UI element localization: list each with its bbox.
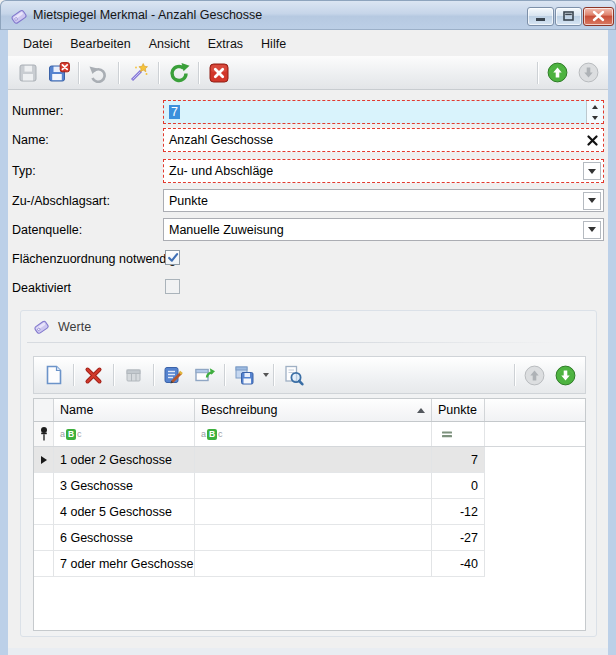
- filter-cell-punkte[interactable]: [432, 422, 485, 446]
- spinner-up-button[interactable]: [587, 101, 603, 112]
- nav-down-button[interactable]: [575, 59, 602, 86]
- cell-punkte[interactable]: -12: [432, 499, 485, 525]
- typ-combobox[interactable]: Zu- und Abschläge: [163, 159, 604, 183]
- table-row[interactable]: 4 oder 5 Geschosse -12: [34, 499, 585, 525]
- grid-header-filler: [485, 399, 585, 421]
- maximize-button[interactable]: [555, 7, 582, 26]
- nav-up-button[interactable]: [521, 362, 548, 389]
- delete-row-button[interactable]: [80, 362, 107, 389]
- toolbar-separator: [153, 364, 154, 386]
- close-button[interactable]: [583, 7, 614, 26]
- typ-label: Typ:: [12, 164, 36, 178]
- filter-cell-beschreibung[interactable]: aBc: [195, 422, 432, 446]
- row-indicator: [34, 525, 54, 551]
- nav-up-button[interactable]: [544, 59, 571, 86]
- grid-indicator-header: [34, 399, 54, 421]
- menu-bar: Datei Bearbeiten Ansicht Extras Hilfe: [8, 31, 608, 56]
- column-header-name[interactable]: Name: [54, 399, 195, 421]
- cell-beschreibung[interactable]: [195, 473, 432, 499]
- cell-beschreibung[interactable]: [195, 499, 432, 525]
- toolbar-separator: [73, 364, 74, 386]
- window-title: Mietspiegel Merkmal - Anzahl Geschosse: [33, 1, 262, 30]
- cell-name[interactable]: 6 Geschosse: [54, 525, 195, 551]
- cell-punkte[interactable]: 0: [432, 473, 485, 499]
- table-row[interactable]: 1 oder 2 Geschosse 7: [34, 447, 585, 473]
- close-record-icon: [209, 63, 229, 83]
- menu-extras[interactable]: Extras: [199, 34, 252, 54]
- save-button[interactable]: [14, 59, 41, 86]
- minimize-button[interactable]: [527, 7, 554, 26]
- nav-down-icon: [578, 62, 599, 83]
- filter-cell-name[interactable]: aBc: [54, 422, 195, 446]
- cell-punkte[interactable]: -27: [432, 525, 485, 551]
- table-row[interactable]: 3 Geschosse 0: [34, 473, 585, 499]
- export-dropdown-icon[interactable]: [263, 373, 269, 377]
- menu-hilfe[interactable]: Hilfe: [252, 34, 295, 54]
- magic-wand-button[interactable]: [125, 59, 152, 86]
- name-value: Anzahl Geschosse: [164, 133, 581, 147]
- window-border-left: [0, 30, 8, 648]
- edit-row-icon: [163, 365, 184, 385]
- window-corner: [608, 648, 616, 655]
- toolbar-separator: [273, 364, 274, 386]
- table-row[interactable]: 7 oder mehr Geschosse -40: [34, 551, 585, 577]
- grid-header-row: Name Beschreibung Punkte: [34, 399, 585, 422]
- open-window-button[interactable]: [191, 362, 218, 389]
- spinner-down-button[interactable]: [587, 112, 603, 123]
- werte-group-title: Werte: [58, 320, 91, 334]
- undo-button[interactable]: [85, 59, 112, 86]
- tag-icon: [33, 318, 50, 335]
- datenquelle-label: Datenquelle:: [12, 223, 82, 237]
- chevron-down-icon[interactable]: [583, 192, 601, 210]
- menu-bearbeiten[interactable]: Bearbeiten: [61, 34, 139, 54]
- nav-down-button[interactable]: [552, 362, 579, 389]
- new-row-button[interactable]: [40, 362, 67, 389]
- table-row[interactable]: 6 Geschosse -27: [34, 525, 585, 551]
- menu-ansicht[interactable]: Ansicht: [140, 34, 199, 54]
- refresh-button[interactable]: [165, 59, 192, 86]
- window-corner: [0, 648, 8, 655]
- copy-row-button[interactable]: [120, 362, 147, 389]
- datenquelle-combobox[interactable]: Manuelle Zuweisung: [163, 218, 604, 241]
- titlebar[interactable]: Mietspiegel Merkmal - Anzahl Geschosse: [0, 0, 616, 30]
- toolbar-separator: [198, 62, 199, 84]
- column-header-punkte[interactable]: Punkte: [432, 399, 485, 421]
- export-icon: [234, 365, 255, 386]
- row-indicator: [34, 473, 54, 499]
- nummer-spinner: [586, 101, 603, 123]
- filter-pin-icon[interactable]: [34, 422, 54, 446]
- chevron-down-icon[interactable]: [583, 162, 601, 180]
- cell-beschreibung[interactable]: [195, 447, 432, 473]
- save-and-close-button[interactable]: [45, 59, 72, 86]
- close-record-button[interactable]: [205, 59, 232, 86]
- nav-up-icon: [524, 365, 545, 386]
- values-toolbar: [33, 356, 586, 394]
- search-button[interactable]: [280, 362, 307, 389]
- edit-row-button[interactable]: [160, 362, 187, 389]
- tag-icon: [10, 7, 28, 25]
- chevron-down-icon[interactable]: [583, 221, 601, 239]
- cell-punkte[interactable]: 7: [432, 447, 485, 473]
- deaktiviert-checkbox[interactable]: [165, 279, 180, 294]
- cell-beschreibung[interactable]: [195, 551, 432, 577]
- nummer-field[interactable]: 7: [163, 100, 604, 124]
- name-field[interactable]: Anzahl Geschosse: [163, 128, 604, 152]
- nummer-label: Nummer:: [12, 104, 63, 118]
- cell-name[interactable]: 3 Geschosse: [54, 473, 195, 499]
- cell-name[interactable]: 7 oder mehr Geschosse: [54, 551, 195, 577]
- open-window-icon: [194, 365, 215, 385]
- clear-icon[interactable]: [581, 129, 603, 151]
- cell-punkte[interactable]: -40: [432, 551, 485, 577]
- main-toolbar: [8, 56, 608, 90]
- flaechenzuordnung-checkbox[interactable]: [165, 250, 180, 265]
- cell-name[interactable]: 4 oder 5 Geschosse: [54, 499, 195, 525]
- toolbar-separator: [224, 364, 225, 386]
- menu-datei[interactable]: Datei: [14, 34, 61, 54]
- zu-abschlagsart-label: Zu-/Abschlagsart:: [12, 194, 110, 208]
- row-indicator: [34, 447, 54, 473]
- export-button[interactable]: [231, 362, 258, 389]
- cell-beschreibung[interactable]: [195, 525, 432, 551]
- cell-name[interactable]: 1 oder 2 Geschosse: [54, 447, 195, 473]
- zu-abschlagsart-combobox[interactable]: Punkte: [163, 189, 604, 212]
- column-header-beschreibung[interactable]: Beschreibung: [195, 399, 432, 421]
